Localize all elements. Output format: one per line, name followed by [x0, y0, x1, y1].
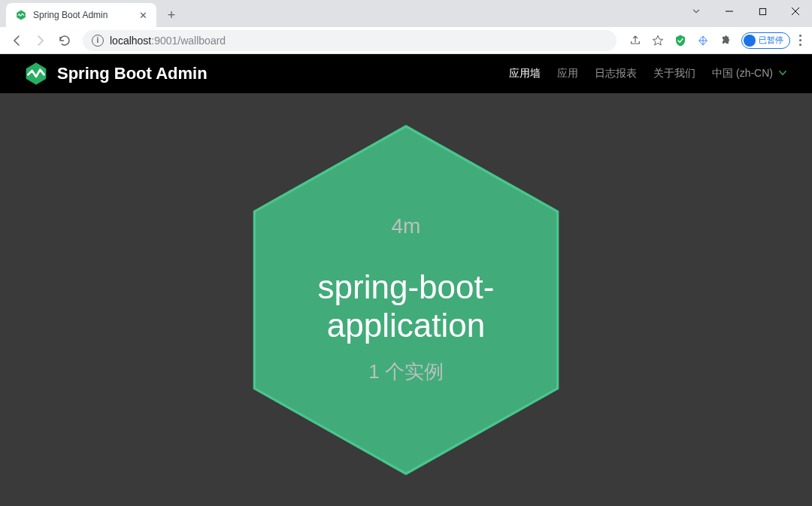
window-maximize-button[interactable] — [746, 0, 779, 23]
tile-content: 4m spring-boot-application 1 个实例 — [248, 214, 564, 384]
tab-close-icon[interactable]: ✕ — [137, 9, 149, 21]
toolbar-right: 已暂停 — [624, 32, 806, 49]
nav-back-button[interactable] — [6, 30, 27, 51]
application-tile[interactable]: 4m spring-boot-application 1 个实例 — [248, 120, 564, 480]
browser-titlebar: Spring Boot Admin ✕ + — [0, 0, 812, 27]
nav-item-locale[interactable]: 中国 (zh-CN) — [712, 67, 788, 80]
url-path: :9001/wallboard — [151, 35, 226, 47]
tile-app-name: spring-boot-application — [263, 268, 549, 344]
chevron-down-icon — [777, 68, 788, 80]
tab-search-button[interactable] — [680, 0, 713, 23]
browser-tab[interactable]: Spring Boot Admin ✕ — [6, 3, 156, 27]
brand-title: Spring Boot Admin — [57, 64, 208, 83]
window-controls — [680, 0, 812, 23]
extensions-puzzle-icon[interactable] — [719, 34, 732, 47]
share-icon[interactable] — [629, 34, 642, 47]
site-info-icon[interactable]: i — [92, 35, 104, 47]
bookmark-star-icon[interactable] — [651, 34, 665, 47]
nav-item-about[interactable]: 关于我们 — [653, 67, 695, 80]
app-navbar: Spring Boot Admin 应用墙 应用 日志报表 关于我们 中国 (z… — [0, 54, 812, 93]
download-progress-icon — [744, 35, 756, 47]
extension-diamond-icon[interactable] — [696, 34, 710, 47]
nav-reload-button[interactable] — [54, 30, 75, 51]
browser-menu-button[interactable] — [799, 35, 801, 46]
url-text: localhost:9001/wallboard — [110, 35, 226, 47]
address-bar[interactable]: i localhost:9001/wallboard — [83, 30, 617, 51]
download-status-pill[interactable]: 已暂停 — [741, 32, 790, 49]
locale-label: 中国 (zh-CN) — [712, 67, 773, 80]
nav-item-wallboard[interactable]: 应用墙 — [509, 67, 541, 80]
favicon-icon — [15, 9, 27, 21]
browser-toolbar: i localhost:9001/wallboard 已暂停 — [0, 27, 812, 54]
tile-uptime: 4m — [263, 214, 549, 238]
new-tab-button[interactable]: + — [161, 5, 182, 26]
tab-title: Spring Boot Admin — [33, 10, 131, 20]
window-minimize-button[interactable] — [713, 0, 746, 23]
nav-items: 应用墙 应用 日志报表 关于我们 中国 (zh-CN) — [509, 67, 788, 80]
url-host: localhost — [110, 35, 151, 47]
nav-item-journal[interactable]: 日志报表 — [595, 67, 637, 80]
download-status-label: 已暂停 — [759, 35, 783, 46]
nav-item-applications[interactable]: 应用 — [557, 67, 578, 80]
brand-logo-icon — [24, 62, 48, 86]
window-close-button[interactable] — [779, 0, 812, 23]
tile-instances: 1 个实例 — [263, 359, 549, 385]
nav-forward-button[interactable] — [30, 30, 51, 51]
svg-rect-2 — [759, 8, 765, 14]
extension-shield-icon[interactable] — [674, 34, 687, 47]
wallboard: 4m spring-boot-application 1 个实例 — [0, 93, 812, 506]
brand[interactable]: Spring Boot Admin — [24, 62, 208, 86]
